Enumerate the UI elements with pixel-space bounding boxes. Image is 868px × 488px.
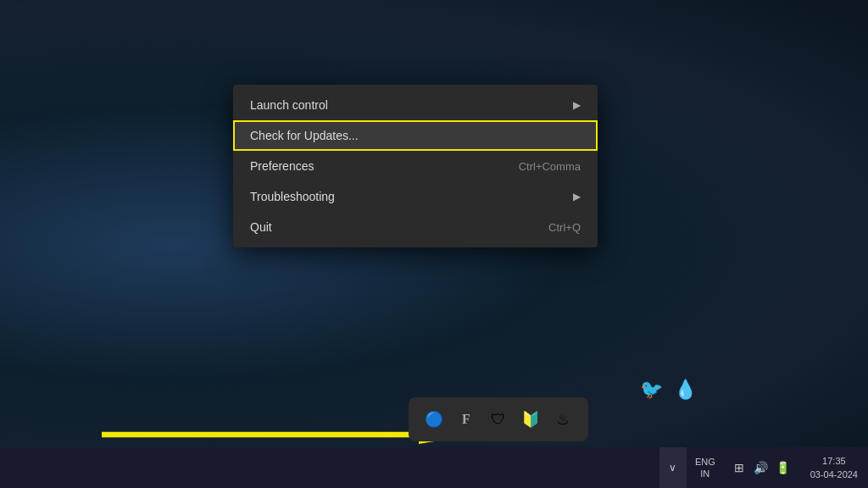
- menu-item-launch-control-label: Launch control: [250, 98, 328, 112]
- network-icon[interactable]: ⊞: [731, 459, 748, 476]
- clock-time: 17:35: [822, 454, 846, 469]
- bird-icon: 🐦: [637, 376, 665, 403]
- menu-item-preferences-label: Preferences: [250, 159, 314, 173]
- lang-line2: IN: [700, 468, 709, 480]
- taskbar: ∨ ENG IN ⊞ 🔊 🔋 17:35 03-04-2024: [0, 447, 868, 488]
- water-icon: 💧: [671, 376, 698, 403]
- lang-line1: ENG: [695, 456, 715, 468]
- volume-icon[interactable]: 🔊: [753, 459, 770, 476]
- tray-overflow-popup: 🔵 F 🛡 🔰 ♨: [409, 397, 588, 441]
- chevron-icon: ∨: [669, 462, 676, 474]
- preferences-shortcut: Ctrl+Comma: [519, 160, 581, 173]
- menu-item-troubleshooting[interactable]: Troubleshooting ▶: [233, 181, 598, 212]
- menu-item-check-updates[interactable]: Check for Updates...: [233, 120, 598, 151]
- battery-icon[interactable]: 🔋: [775, 459, 792, 476]
- menu-item-quit[interactable]: Quit Ctrl+Q: [233, 212, 598, 242]
- language-indicator[interactable]: ENG IN: [688, 447, 722, 488]
- tray-font-icon[interactable]: F: [454, 408, 478, 431]
- taskbar-right-section: ∨ ENG IN ⊞ 🔊 🔋 17:35 03-04-2024: [659, 447, 868, 488]
- submenu-arrow-launch: ▶: [573, 99, 581, 111]
- show-hidden-icons-button[interactable]: ∨: [659, 447, 687, 488]
- menu-item-quit-label: Quit: [250, 220, 272, 234]
- floating-tray-icons: 🐦 💧: [637, 376, 698, 403]
- quit-shortcut: Ctrl+Q: [548, 221, 581, 234]
- clock-date: 03-04-2024: [810, 468, 858, 482]
- menu-item-check-updates-label: Check for Updates...: [250, 129, 359, 142]
- menu-item-launch-control[interactable]: Launch control ▶: [233, 90, 598, 120]
- tray-steam-icon[interactable]: ♨: [551, 408, 575, 431]
- menu-item-troubleshooting-label: Troubleshooting: [250, 190, 335, 203]
- tray-bluetooth-icon[interactable]: 🔵: [422, 408, 446, 431]
- menu-item-preferences[interactable]: Preferences Ctrl+Comma: [233, 151, 598, 181]
- submenu-arrow-troubleshooting: ▶: [573, 191, 581, 202]
- desktop: 🐦 💧 Launch control ▶ Check for Updates..…: [0, 0, 868, 488]
- tray-shield-icon[interactable]: 🛡: [487, 408, 510, 431]
- tray-shield-warning-icon[interactable]: 🔰: [519, 408, 542, 431]
- context-menu: Launch control ▶ Check for Updates... Pr…: [233, 85, 598, 247]
- taskbar-system-icons: ⊞ 🔊 🔋: [724, 447, 798, 488]
- taskbar-clock[interactable]: 17:35 03-04-2024: [800, 447, 868, 488]
